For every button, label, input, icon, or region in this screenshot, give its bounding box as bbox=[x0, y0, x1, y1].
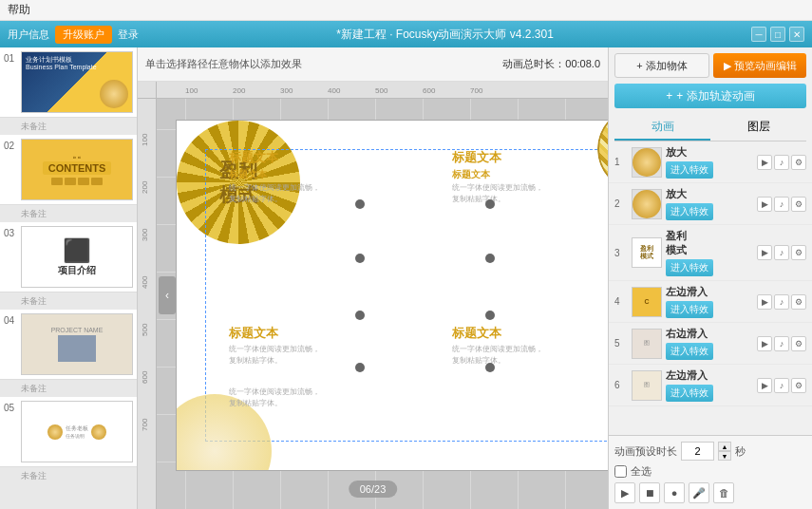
add-item-button[interactable]: + 添加物体 bbox=[614, 53, 709, 78]
anim-thumbnail: C bbox=[632, 287, 662, 317]
nav-arrow-left[interactable]: ‹ bbox=[159, 276, 176, 314]
slide-number: 05 bbox=[4, 403, 21, 413]
duration-label: 动画总时长：00:08.0 bbox=[502, 57, 600, 71]
anim-enter-button[interactable]: 进入特效 bbox=[666, 161, 713, 179]
bottom-controls: 动画预设时长 ▲ ▼ 秒 全选 ▶ ⏹ ● 🎤 🗑 bbox=[609, 435, 812, 509]
right-panel: + 添加物体 ▶ 预览动画编辑 + + 添加轨迹动画 动画 图层 1 bbox=[608, 47, 812, 509]
anim-ctrl-video[interactable]: ▶ bbox=[757, 294, 772, 310]
tab-layer[interactable]: 图层 bbox=[710, 114, 806, 141]
preview-button[interactable]: ▶ 预览动画编辑 bbox=[713, 53, 806, 78]
slide-number: 01 bbox=[4, 53, 21, 64]
content-area: 单击选择路径任意物体以添加效果 动画总时长：00:08.0 100 200 30… bbox=[138, 47, 608, 509]
handle-dot[interactable] bbox=[355, 199, 365, 209]
spin-up[interactable]: ▲ bbox=[718, 442, 731, 451]
svg-text:600: 600 bbox=[423, 86, 436, 95]
slide-item[interactable]: 03 ⬛ 项目介绍 bbox=[0, 222, 137, 292]
anim-number: 3 bbox=[614, 248, 628, 258]
animation-item: 1 放大 进入特效 ▶ ♪ ⚙ bbox=[609, 141, 812, 183]
anim-ctrl-audio[interactable]: ♪ bbox=[774, 336, 789, 351]
handle-dot[interactable] bbox=[485, 311, 495, 320]
anim-controls: ▶ ♪ ⚙ bbox=[757, 245, 806, 260]
svg-text:300: 300 bbox=[141, 228, 149, 241]
anim-number: 4 bbox=[614, 296, 628, 307]
anim-enter-button[interactable]: 进入特效 bbox=[666, 385, 713, 402]
slide-thumbnail: PROJECT NAME bbox=[21, 313, 133, 375]
anim-ctrl-settings[interactable]: ⚙ bbox=[791, 294, 806, 310]
handle-dot[interactable] bbox=[485, 199, 495, 209]
anim-ctrl-settings[interactable]: ⚙ bbox=[791, 336, 806, 351]
anim-number: 2 bbox=[614, 198, 628, 209]
duration-label: 动画预设时长 bbox=[614, 444, 677, 459]
slide-thumbnail: ⬛ 项目介绍 bbox=[21, 226, 133, 288]
ruler-corner bbox=[138, 82, 157, 99]
title-text-3: 标题文本 bbox=[229, 325, 278, 342]
maximize-button[interactable]: □ bbox=[770, 27, 785, 42]
anim-ctrl-audio[interactable]: ♪ bbox=[774, 197, 789, 212]
close-button[interactable]: ✕ bbox=[789, 27, 804, 42]
right-top-buttons: + 添加物体 ▶ 预览动画编辑 bbox=[609, 47, 812, 84]
svg-text:300: 300 bbox=[280, 86, 293, 95]
spin-down[interactable]: ▼ bbox=[718, 451, 731, 461]
anim-ctrl-settings[interactable]: ⚙ bbox=[791, 245, 806, 260]
record-button[interactable]: ● bbox=[664, 482, 685, 503]
anim-ctrl-settings[interactable]: ⚙ bbox=[791, 197, 806, 212]
select-all-checkbox[interactable] bbox=[614, 465, 627, 478]
slide-note: 未备注 bbox=[0, 120, 137, 135]
slide-item[interactable]: 05 任务老板任务说明 bbox=[0, 397, 137, 467]
anim-ctrl-audio[interactable]: ♪ bbox=[774, 294, 789, 310]
add-animation-button[interactable]: + + 添加轨迹动画 bbox=[614, 84, 806, 108]
handle-dot[interactable] bbox=[355, 254, 365, 263]
anim-info: 左边滑入 进入特效 bbox=[666, 285, 753, 318]
anim-ctrl-settings[interactable]: ⚙ bbox=[791, 378, 806, 393]
tab-animation[interactable]: 动画 bbox=[614, 114, 710, 141]
toolbar-hint: 单击选择路径任意物体以添加效果 bbox=[145, 57, 302, 71]
handle-dot[interactable] bbox=[485, 363, 495, 372]
body-text-3: 统一字体使阅读更加流畅，复制粘贴字体。 bbox=[229, 344, 333, 367]
play-button[interactable]: ▶ bbox=[614, 482, 635, 503]
anim-number: 6 bbox=[614, 380, 628, 390]
animation-item: 6 图 左边滑入 进入特效 ▶ ♪ ⚙ bbox=[609, 365, 812, 406]
title-text-2: 标题文本 bbox=[452, 149, 501, 166]
anim-enter-button[interactable]: 进入特效 bbox=[666, 259, 713, 276]
handle-dot[interactable] bbox=[355, 311, 365, 320]
title-bar: 用户信息 升级账户 登录 *新建工程 · Focusky动画演示大师 v4.2.… bbox=[0, 21, 812, 47]
window-title: *新建工程 · Focusky动画演示大师 v4.2.301 bbox=[139, 27, 751, 43]
handle-dot[interactable] bbox=[485, 254, 495, 263]
anim-enter-button[interactable]: 进入特效 bbox=[666, 301, 713, 318]
add-icon: + bbox=[636, 60, 642, 71]
deco-sphere-top-right bbox=[597, 120, 608, 192]
anim-thumbnail: 图 bbox=[632, 370, 662, 401]
slide-note: 未备注 bbox=[0, 382, 137, 397]
slide-inner: 标题文本 标题文本 标题文本 标题文本 标题文本 bbox=[177, 121, 608, 470]
anim-enter-button[interactable]: 进入特效 bbox=[666, 343, 713, 360]
sub-title-1: 标题文本 bbox=[229, 168, 267, 181]
menu-help[interactable]: 帮助 bbox=[8, 2, 30, 18]
minimize-button[interactable]: ─ bbox=[751, 27, 766, 42]
delete-button[interactable]: 🗑 bbox=[713, 482, 734, 503]
anim-name: 左边滑入 bbox=[666, 285, 753, 299]
anim-ctrl-video[interactable]: ▶ bbox=[757, 378, 772, 393]
anim-enter-button[interactable]: 进入特效 bbox=[666, 203, 713, 220]
anim-ctrl-video[interactable]: ▶ bbox=[757, 197, 772, 212]
upgrade-button[interactable]: 升级账户 bbox=[55, 26, 112, 44]
anim-ctrl-video[interactable]: ▶ bbox=[757, 245, 772, 260]
handle-dot[interactable] bbox=[355, 363, 365, 372]
anim-name: 放大 bbox=[666, 187, 753, 201]
slide-item[interactable]: 04 PROJECT NAME bbox=[0, 310, 137, 380]
anim-ctrl-video[interactable]: ▶ bbox=[757, 155, 772, 170]
mic-button[interactable]: 🎤 bbox=[689, 482, 709, 503]
anim-ctrl-audio[interactable]: ♪ bbox=[774, 155, 789, 170]
slide-item[interactable]: 02 » « CONTENTS bbox=[0, 135, 137, 205]
canvas-area[interactable]: 100 200 300 400 500 600 700 100 200 300 … bbox=[138, 82, 608, 509]
anim-ctrl-audio[interactable]: ♪ bbox=[774, 378, 789, 393]
anim-ctrl-audio[interactable]: ♪ bbox=[774, 245, 789, 260]
anim-controls: ▶ ♪ ⚙ bbox=[757, 197, 806, 212]
login-text[interactable]: 登录 bbox=[118, 28, 139, 42]
anim-ctrl-video[interactable]: ▶ bbox=[757, 336, 772, 351]
stop-button[interactable]: ⏹ bbox=[639, 482, 660, 503]
slide-item[interactable]: 01 业务计划书模板Business Plan Template bbox=[0, 47, 137, 118]
anim-ctrl-settings[interactable]: ⚙ bbox=[791, 155, 806, 170]
svg-text:400: 400 bbox=[328, 86, 341, 95]
slide-note: 未备注 bbox=[0, 469, 137, 484]
duration-input[interactable] bbox=[681, 442, 714, 461]
